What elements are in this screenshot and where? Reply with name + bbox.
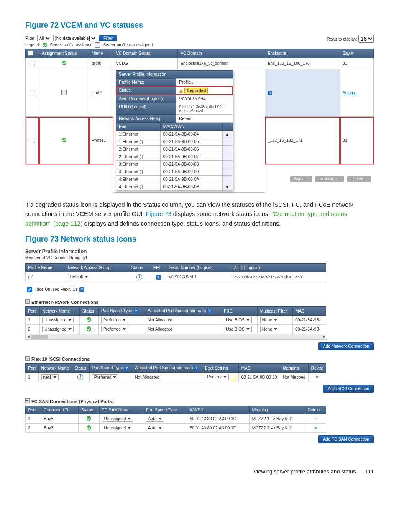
warning-icon	[179, 89, 183, 93]
network-select[interactable]: Unassigned	[42, 317, 74, 323]
table-row[interactable]: 2UnassignedPreferredNot AllocatedUse BIO…	[26, 325, 326, 334]
edit-icon[interactable]	[230, 375, 235, 380]
network-select[interactable]: net1	[41, 374, 59, 380]
iscsi-table: Port Network Name Status Port Speed Type…	[25, 363, 326, 382]
popup-v-status: Degraded	[176, 86, 233, 95]
san-select[interactable]: Unassigned	[102, 425, 133, 431]
mcf-select[interactable]: None	[260, 317, 279, 323]
add-network-button[interactable]: Add Network Connection	[318, 342, 374, 350]
filter-button[interactable]: Filter	[99, 35, 117, 41]
help-icon: ?	[156, 275, 161, 280]
ok-icon	[87, 425, 91, 430]
col-name[interactable]: Name	[89, 49, 113, 58]
scrollbar[interactable]: ◀ ▶	[25, 334, 327, 340]
pst-select[interactable]: Preferred	[101, 326, 128, 332]
col-checkbox[interactable]	[26, 49, 39, 58]
row-checkbox[interactable]	[30, 61, 35, 66]
table-row[interactable]: 2Bay6UnassignedAuto50:01:43:80:02:A3:00:…	[26, 423, 326, 432]
row-checkbox[interactable]	[30, 90, 35, 95]
col-port: Port	[116, 123, 160, 131]
figure72: Filter: All [No data available] Filter R…	[25, 35, 374, 193]
hdr-status: Status	[128, 264, 151, 272]
delete-icon: ✕	[314, 416, 317, 421]
table-row[interactable]: 1UnassignedPreferredNot AllocatedUse BIO…	[26, 316, 326, 325]
profiles-table: Assignment Status Name VC Domain Group V…	[25, 49, 374, 193]
legend: Legend: Server profile assigned Server p…	[25, 42, 327, 48]
footer-page: 111	[365, 468, 374, 475]
popup-port-row: 4:Ethernet (i)00-21-5A-9B-00-0B▼	[116, 183, 233, 191]
delete-icon[interactable]: ✕	[314, 426, 317, 430]
pst-select[interactable]: Preferred	[92, 374, 119, 380]
hdr-efi: EFI	[151, 264, 166, 272]
popup-v-nag: Default	[176, 115, 233, 123]
popup-port-row: 3:Ethernet (i)00-21-5A-9B-00-09	[116, 168, 233, 176]
reassign-button[interactable]: Reassign...	[315, 176, 344, 182]
hide-flexnics[interactable]: Hide Unused FlexNICs ?	[25, 285, 374, 293]
popup-port-row: 4:Ethernet00-21-5A-9B-00-0A	[116, 176, 233, 183]
delete-icon[interactable]: ✕	[315, 375, 319, 380]
move-button[interactable]: Move...	[290, 176, 312, 182]
mcf-select[interactable]: None	[260, 326, 279, 332]
table-row[interactable]: 1net1iPreferredNot AllocatedPrimary 00-2…	[26, 373, 326, 382]
popup-port-table: PortMAC/WWN 1:Ethernet00-21-5A-9B-00-04▲…	[116, 123, 233, 191]
popup-port-row: 2:Ethernet00-21-5A-9B-00-06	[116, 146, 233, 153]
col-bay[interactable]: Bay #	[340, 49, 374, 58]
san-select[interactable]: Unassigned	[102, 416, 133, 422]
pxe-select[interactable]: Use BIOS	[224, 317, 251, 323]
collapse-icon[interactable]	[25, 398, 30, 403]
section-fc[interactable]: FC SAN Connections (Physical Ports)	[25, 398, 374, 404]
popup-port-row: 1:Ethernet (i)00-21-5A-9B-00-05	[116, 138, 233, 146]
scroll-right-icon[interactable]: ▶	[322, 334, 327, 339]
ethernet-table: Port Network Name Status Port Speed Type…	[25, 306, 326, 334]
filter-label: Filter:	[25, 36, 36, 41]
collapse-icon[interactable]	[25, 299, 30, 304]
section-ethernet[interactable]: Ethernet Network Connections	[25, 299, 374, 305]
val-status: i	[128, 272, 151, 282]
profile-header-bar: Profile Name: Network Access Group: Stat…	[25, 263, 326, 282]
val-uuid: 8c92333f-264c-4a43-b449-5702f5a38c40	[230, 272, 326, 282]
help-icon[interactable]: ?	[79, 287, 84, 292]
popup-port-row: 2:Ethernet (i)00-21-5A-9B-00-07	[116, 153, 233, 161]
col-vcdg[interactable]: VC Domain Group	[113, 49, 178, 58]
link-figure73[interactable]: Figure 73	[146, 211, 171, 217]
val-nag[interactable]: Default	[65, 272, 128, 282]
col-enclosure[interactable]: Enclosure	[265, 49, 340, 58]
figure73: Server Profile Information Member of VC …	[25, 249, 374, 443]
filter-all-select[interactable]: All	[37, 35, 51, 41]
rows-select[interactable]: 16	[358, 35, 374, 43]
popup-v-profile: Profile1	[176, 78, 233, 86]
help-icon[interactable]: ?	[194, 365, 199, 370]
collapse-icon[interactable]	[25, 356, 30, 361]
hide-flexnics-checkbox[interactable]	[27, 287, 32, 292]
scroll-left-icon[interactable]: ◀	[26, 334, 31, 339]
table-row[interactable]: prof0 VCDG Enclosure176_vc_domain Enc_17…	[26, 58, 374, 69]
figure73-title: Figure 73 Network status icons	[25, 235, 374, 244]
row-checkbox[interactable]	[30, 138, 35, 143]
pxe-select[interactable]: Use BIOS	[224, 326, 251, 332]
close-icon[interactable]: ×	[268, 91, 272, 95]
delete-button[interactable]: Delete...	[347, 176, 371, 182]
table-row[interactable]: Prof2 Server Profile Information Profile…	[26, 69, 374, 117]
filter-nodata-select[interactable]: [No data available]	[53, 35, 97, 41]
hdr-sn: Serial Number (Logical)	[166, 264, 230, 272]
assign-link[interactable]: Assign...	[343, 90, 358, 95]
add-fc-button[interactable]: Add FC SAN Connection	[318, 435, 374, 443]
val-profile: p2	[26, 272, 65, 282]
network-select[interactable]: Unassigned	[42, 326, 74, 332]
filter-bar: Filter: All [No data available] Filter	[25, 35, 374, 41]
col-assignment[interactable]: Assignment Status	[39, 49, 89, 58]
scroll-thumb[interactable]	[31, 335, 48, 339]
add-iscsi-button[interactable]: Add iSCSI Connection	[323, 385, 374, 393]
pst-select[interactable]: Auto	[146, 416, 164, 422]
boot-select[interactable]: Primary	[205, 374, 228, 380]
help-icon[interactable]: ?	[133, 308, 138, 314]
pst-select[interactable]: Preferred	[101, 317, 128, 323]
table-row[interactable]: 1Bay5UnassignedAuto50:01:43:80:02:A3:00:…	[26, 414, 326, 423]
help-icon[interactable]: ?	[124, 365, 129, 370]
legend-not-assigned: Server profile not assigned	[103, 43, 153, 47]
section-iscsi[interactable]: Flex-10 iSCSI Connections	[25, 356, 374, 362]
pst-select[interactable]: Auto	[146, 425, 164, 431]
col-vcd[interactable]: VC Domain	[178, 49, 265, 58]
popup-port-row: 1:Ethernet00-21-5A-9B-00-04▲	[116, 131, 233, 138]
help-icon[interactable]: ?	[207, 308, 212, 314]
